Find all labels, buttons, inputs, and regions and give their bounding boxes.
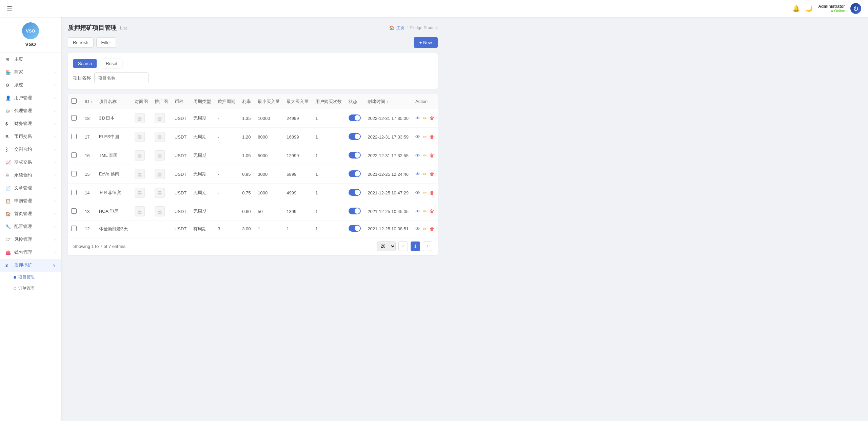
status-toggle[interactable] bbox=[349, 225, 361, 232]
cell-pledge-period: - bbox=[214, 109, 239, 128]
toolbar: Refresh Filter + New bbox=[68, 37, 438, 48]
new-button[interactable]: + New bbox=[414, 37, 438, 48]
edit-icon[interactable]: ✏ bbox=[423, 226, 427, 232]
select-all-checkbox[interactable] bbox=[71, 98, 77, 104]
delete-icon[interactable]: 🗑 bbox=[430, 226, 434, 232]
status-toggle[interactable] bbox=[349, 170, 361, 177]
article-icon: 📄 bbox=[5, 186, 12, 191]
cell-coin: USDT bbox=[171, 202, 190, 221]
cell-period-type: 无周期 bbox=[190, 128, 214, 146]
breadcrumb-home[interactable]: 主页 bbox=[396, 25, 405, 31]
sidebar-item-config-mgmt[interactable]: 🔧 配置管理 › bbox=[0, 220, 61, 233]
theme-toggle-icon[interactable]: 🌙 bbox=[805, 5, 813, 12]
sidebar-subitem-project-mgmt[interactable]: 项目管理 bbox=[14, 272, 61, 283]
cell-status[interactable] bbox=[345, 128, 364, 146]
col-header-action: Action bbox=[412, 94, 438, 109]
row-checkbox[interactable] bbox=[71, 226, 77, 231]
sidebar-item-options-trade[interactable]: 📈 期权交易 › bbox=[0, 156, 61, 169]
delete-icon[interactable]: 🗑 bbox=[430, 134, 434, 140]
col-header-coin: 币种 bbox=[171, 94, 190, 109]
status-toggle[interactable] bbox=[349, 208, 361, 214]
row-checkbox[interactable] bbox=[71, 134, 77, 139]
view-icon[interactable]: 👁 bbox=[415, 134, 420, 140]
edit-icon[interactable]: ✏ bbox=[423, 153, 427, 158]
row-checkbox[interactable] bbox=[71, 115, 77, 121]
page-size-select[interactable]: 20 50 100 bbox=[377, 241, 396, 251]
sidebar-item-coin-trade[interactable]: B 币币交易 › bbox=[0, 130, 61, 143]
cell-user-buy-count: 1 bbox=[312, 128, 345, 146]
delete-icon[interactable]: 🗑 bbox=[430, 115, 434, 121]
view-icon[interactable]: 👁 bbox=[415, 153, 420, 158]
cell-user-buy-count: 1 bbox=[312, 221, 345, 237]
cell-status[interactable] bbox=[345, 109, 364, 128]
notification-icon[interactable]: 🔔 bbox=[792, 5, 800, 12]
user-avatar[interactable]: ⏻ bbox=[850, 3, 861, 14]
cell-name: 体验新能源3天 bbox=[96, 221, 131, 237]
sidebar-item-risk-mgmt[interactable]: 🛡 风控管理 › bbox=[0, 233, 61, 246]
view-icon[interactable]: 👁 bbox=[415, 209, 420, 214]
sidebar-item-apply-mgmt[interactable]: 📋 申购管理 › bbox=[0, 194, 61, 207]
cell-status[interactable] bbox=[345, 202, 364, 221]
edit-icon[interactable]: ✏ bbox=[423, 115, 427, 121]
page-1-button[interactable]: 1 bbox=[411, 241, 420, 251]
sidebar-item-article-mgmt[interactable]: 📄 文章管理 › bbox=[0, 182, 61, 194]
search-button[interactable]: Search bbox=[73, 59, 97, 68]
view-icon[interactable]: 👁 bbox=[415, 226, 420, 232]
table-container: ID ↕ 项目名称 对面图 推广图 币种 周期类型 质押周期 利率 最小买入量 … bbox=[68, 94, 438, 255]
delete-icon[interactable]: 🗑 bbox=[430, 171, 434, 177]
row-checkbox[interactable] bbox=[71, 152, 77, 158]
delete-icon[interactable]: 🗑 bbox=[430, 209, 434, 214]
sidebar-item-finance-mgmt[interactable]: $ 财务管理 › bbox=[0, 117, 61, 130]
sidebar-item-perpetual[interactable]: ♾ 永续合约 › bbox=[0, 169, 61, 182]
sidebar-item-merchant[interactable]: 🏪 商家 › bbox=[0, 66, 61, 79]
delete-icon[interactable]: 🗑 bbox=[430, 153, 434, 158]
status-toggle[interactable] bbox=[349, 189, 361, 196]
edit-icon[interactable]: ✏ bbox=[423, 171, 427, 177]
sidebar-subitem-order-mgmt[interactable]: 订单管理 bbox=[14, 283, 61, 294]
status-toggle[interactable] bbox=[349, 152, 361, 159]
cell-status[interactable] bbox=[345, 165, 364, 184]
refresh-button[interactable]: Refresh bbox=[68, 37, 94, 48]
cell-action: 👁 ✏ 🗑 bbox=[412, 165, 438, 184]
pledge-icon: ¥ bbox=[5, 263, 12, 268]
row-checkbox[interactable] bbox=[71, 208, 77, 214]
sidebar-item-user-mgmt[interactable]: 👤 用户管理 › bbox=[0, 91, 61, 104]
cover-image: ▤ bbox=[135, 188, 145, 198]
sidebar-item-agent-mgmt[interactable]: 🗂 代理管理 › bbox=[0, 104, 61, 117]
next-page-button[interactable]: › bbox=[423, 241, 432, 251]
edit-icon[interactable]: ✏ bbox=[423, 209, 427, 214]
cell-period-type: 无周期 bbox=[190, 146, 214, 165]
reset-button[interactable]: Reset bbox=[101, 59, 122, 68]
status-toggle[interactable] bbox=[349, 114, 361, 121]
cell-min-buy: 10000 bbox=[254, 109, 283, 128]
delete-icon[interactable]: 🗑 bbox=[430, 190, 434, 195]
view-icon[interactable]: 👁 bbox=[415, 171, 420, 177]
view-icon[interactable]: 👁 bbox=[415, 190, 420, 195]
view-icon[interactable]: 👁 bbox=[415, 115, 420, 121]
cell-status[interactable] bbox=[345, 146, 364, 165]
cell-pledge-period: - bbox=[214, 202, 239, 221]
cell-created-at: 2021-12-25 10:47:29 bbox=[364, 184, 412, 202]
cell-status[interactable] bbox=[345, 221, 364, 237]
row-checkbox[interactable] bbox=[71, 171, 77, 176]
cell-created-at: 2022-12-31 17:33:59 bbox=[364, 128, 412, 146]
edit-icon[interactable]: ✏ bbox=[423, 134, 427, 140]
row-checkbox[interactable] bbox=[71, 190, 77, 195]
cell-status[interactable] bbox=[345, 184, 364, 202]
search-input[interactable] bbox=[94, 72, 149, 83]
sidebar-item-home-mgmt[interactable]: 🏠 首页管理 › bbox=[0, 207, 61, 220]
sort-icon[interactable]: ↕ bbox=[91, 100, 92, 104]
filter-button[interactable]: Filter bbox=[96, 37, 116, 48]
sort-icon-created[interactable]: ↕ bbox=[387, 100, 388, 104]
sidebar-item-home[interactable]: ⊞ 主页 bbox=[0, 53, 61, 66]
cell-coin: USDT bbox=[171, 221, 190, 237]
hamburger-icon[interactable]: ☰ bbox=[7, 5, 12, 12]
prev-page-button[interactable]: ‹ bbox=[398, 241, 408, 251]
sidebar-item-contract-trade[interactable]: ₿ 交割合约 › bbox=[0, 143, 61, 156]
status-toggle[interactable] bbox=[349, 133, 361, 140]
sidebar-item-wallet-mgmt[interactable]: 👛 钱包管理 › bbox=[0, 246, 61, 259]
edit-icon[interactable]: ✏ bbox=[423, 190, 427, 195]
sidebar-item-system[interactable]: ⚙ 系统 › bbox=[0, 79, 61, 91]
promo-image: ▤ bbox=[155, 132, 165, 142]
sidebar-item-pledge-mining[interactable]: ¥ 质押挖矿 ∨ bbox=[0, 259, 61, 272]
